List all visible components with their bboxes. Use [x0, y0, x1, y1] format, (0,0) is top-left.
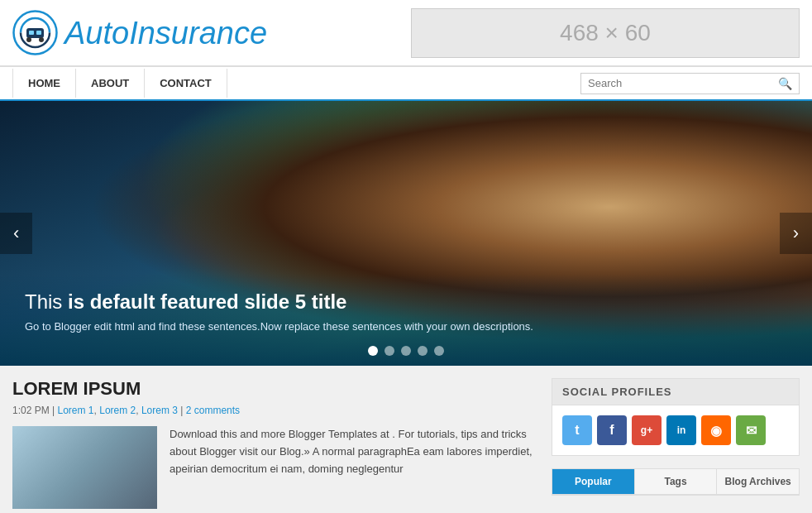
logo-plain: Auto — [64, 16, 129, 50]
slider: ‹ › This is default featured slide 5 tit… — [0, 101, 812, 366]
slider-next-button[interactable]: › — [780, 213, 812, 254]
logo-italic: Insurance — [129, 16, 267, 50]
search-input[interactable] — [588, 77, 778, 89]
main-content: LOREM IPSUM 1:02 PM | Lorem 1, Lorem 2, … — [12, 378, 535, 509]
logo-icon — [12, 10, 58, 55]
tab-popular[interactable]: Popular — [552, 469, 635, 494]
ad-banner: 468 × 60 — [411, 8, 800, 58]
post-label-3[interactable]: Lorem 3 — [141, 405, 178, 416]
slide-title-bold: is default featured slide 5 title — [68, 290, 346, 313]
social-profiles-header: SOCIAL PROFILES — [552, 379, 799, 405]
post-body: Download this and more Blogger Templates… — [12, 426, 535, 509]
sidebar: SOCIAL PROFILES t f g+ in ◉ ✉ Popular Ta… — [552, 378, 800, 509]
slider-dots — [368, 346, 444, 356]
googleplus-icon[interactable]: g+ — [632, 415, 662, 445]
slider-dot-3[interactable] — [401, 346, 411, 356]
slide-title-part1: This — [25, 290, 68, 313]
ad-text: 468 × 60 — [560, 20, 651, 46]
logo-area: AutoInsurance — [12, 10, 267, 55]
search-box: 🔍 — [580, 73, 800, 94]
tabs-header: Popular Tags Blog Archives — [552, 469, 799, 495]
slider-prev-button[interactable]: ‹ — [0, 213, 32, 254]
twitter-icon[interactable]: t — [562, 415, 592, 445]
slide-description: Go to Blogger edit html and find these s… — [25, 320, 787, 333]
nav-bar: HOME ABOUT CONTACT 🔍 — [0, 66, 812, 101]
facebook-icon[interactable]: f — [597, 415, 627, 445]
social-profiles-box: SOCIAL PROFILES t f g+ in ◉ ✉ — [552, 378, 800, 456]
post-thumbnail — [12, 426, 157, 509]
post-time: 1:02 PM — [12, 405, 50, 416]
content-area: LOREM IPSUM 1:02 PM | Lorem 1, Lorem 2, … — [0, 366, 812, 513]
post-text: Download this and more Blogger Templates… — [170, 426, 535, 509]
nav-item-contact[interactable]: CONTACT — [145, 69, 227, 98]
slider-dot-4[interactable] — [418, 346, 427, 356]
svg-point-4 — [26, 37, 31, 42]
tabs-box: Popular Tags Blog Archives — [552, 468, 800, 496]
tab-tags[interactable]: Tags — [635, 469, 718, 494]
post-meta: 1:02 PM | Lorem 1, Lorem 2, Lorem 3 | 2 … — [12, 405, 535, 416]
linkedin-icon[interactable]: in — [666, 415, 696, 445]
header: AutoInsurance 468 × 60 — [0, 0, 812, 66]
slide-title: This is default featured slide 5 title — [25, 290, 787, 314]
slider-dot-5[interactable] — [434, 346, 444, 356]
nav-item-home[interactable]: HOME — [12, 69, 76, 98]
nav-item-about[interactable]: ABOUT — [76, 69, 145, 98]
svg-rect-2 — [29, 31, 34, 35]
svg-rect-3 — [36, 31, 41, 35]
tab-blog-archives[interactable]: Blog Archives — [717, 469, 799, 494]
post-label-2[interactable]: Lorem 2 — [99, 405, 136, 416]
svg-point-5 — [39, 37, 44, 42]
search-icon[interactable]: 🔍 — [778, 77, 792, 90]
post-label-1[interactable]: Lorem 1 — [58, 405, 94, 416]
post-title: LOREM IPSUM — [12, 378, 535, 400]
slider-dot-1[interactable] — [368, 346, 378, 356]
rss-icon[interactable]: ◉ — [701, 415, 731, 445]
email-icon[interactable]: ✉ — [736, 415, 766, 445]
nav-links: HOME ABOUT CONTACT — [12, 69, 227, 98]
logo-text: AutoInsurance — [64, 17, 267, 49]
social-icons: t f g+ in ◉ ✉ — [552, 405, 799, 455]
slider-dot-2[interactable] — [385, 346, 394, 356]
post-comments-link[interactable]: 2 comments — [186, 405, 240, 416]
